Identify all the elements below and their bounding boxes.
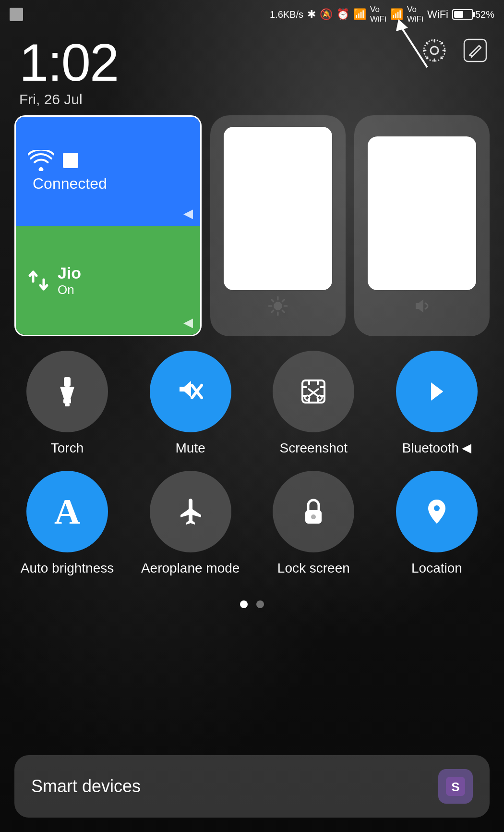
auto-brightness-label: Auto brightness <box>21 560 114 576</box>
lock-screen-label: Lock screen <box>277 560 350 576</box>
toggles-section: Torch Mute <box>14 351 490 590</box>
data-info: Jio On <box>58 264 81 297</box>
svg-rect-14 <box>63 399 71 404</box>
volume-slider[interactable] <box>354 115 490 336</box>
wifi-label: Connected <box>33 175 107 193</box>
pagination <box>0 600 504 608</box>
toggle-auto-brightness[interactable]: A Auto brightness <box>14 471 120 576</box>
app-icon-square <box>10 8 23 21</box>
bluetooth-circle <box>396 351 478 432</box>
location-label: Location <box>411 560 462 576</box>
smart-devices-bar[interactable]: Smart devices S <box>14 755 490 818</box>
brightness-slider[interactable] <box>210 115 346 336</box>
toggle-row-2: A Auto brightness Aeroplane mode Lo <box>14 471 490 576</box>
smart-devices-icon: S <box>438 769 473 804</box>
svg-rect-13 <box>64 377 71 387</box>
bluetooth-label: Bluetooth <box>402 440 459 456</box>
lock-screen-circle <box>273 471 354 552</box>
auto-brightness-circle: A <box>26 471 108 552</box>
toggle-lock-screen[interactable]: Lock screen <box>261 471 366 576</box>
svg-line-9 <box>272 300 274 302</box>
screenshot-circle <box>273 351 354 432</box>
pagination-dot-1[interactable] <box>240 600 248 608</box>
battery-percent: 52% <box>475 9 494 20</box>
clock-date: Fri, 26 Jul <box>19 91 118 108</box>
aeroplane-label: Aeroplane mode <box>141 560 240 576</box>
data-tile[interactable]: Jio On ◀ <box>16 226 200 335</box>
status-left <box>10 8 86 21</box>
alarm-icon: ⏰ <box>336 8 349 21</box>
toggle-row-1: Torch Mute <box>14 351 490 456</box>
svg-line-10 <box>282 310 284 312</box>
svg-point-4 <box>274 302 282 310</box>
toggle-mute[interactable]: Mute <box>138 351 243 456</box>
settings-button[interactable] <box>420 36 449 65</box>
edit-button[interactable] <box>461 36 490 65</box>
svg-line-12 <box>272 310 274 312</box>
signal-strength-data: ◀ <box>183 315 193 330</box>
quick-tiles: Connected ◀ Jio On ◀ <box>14 115 490 336</box>
toggle-bluetooth[interactable]: Bluetooth ◀ <box>384 351 490 456</box>
bluetooth-signal: ◀ <box>462 440 471 455</box>
pagination-dot-2[interactable] <box>256 600 264 608</box>
aeroplane-circle <box>150 471 231 552</box>
svg-rect-3 <box>464 39 486 61</box>
wifi-signal-icon <box>28 150 54 171</box>
svg-text:S: S <box>451 780 459 794</box>
stop-icon <box>63 153 78 168</box>
location-circle <box>396 471 478 552</box>
screenshot-label: Screenshot <box>279 440 348 456</box>
battery-indicator: 52% <box>452 9 494 20</box>
torch-circle <box>26 351 108 432</box>
data-status: On <box>58 282 81 297</box>
mute-circle <box>150 351 231 432</box>
network-speed: 1.6KB/s <box>270 9 303 20</box>
toggle-location[interactable]: Location <box>384 471 490 576</box>
data-arrows-icon <box>28 267 49 294</box>
svg-point-30 <box>311 514 316 519</box>
svg-rect-15 <box>65 404 70 406</box>
network-tile[interactable]: Connected ◀ Jio On ◀ <box>14 115 202 336</box>
bluetooth-status-icon: ✱ <box>307 8 316 21</box>
top-right-actions <box>420 36 490 65</box>
signal-strength-corner: ◀ <box>183 206 193 221</box>
brightness-fill <box>224 127 332 290</box>
svg-line-11 <box>282 300 284 302</box>
smart-devices-label: Smart devices <box>31 776 141 796</box>
volume-icon <box>412 296 432 316</box>
signal-icon: 📶 <box>353 8 366 21</box>
toggle-aeroplane[interactable]: Aeroplane mode <box>138 471 243 576</box>
volume-fill <box>368 136 476 290</box>
mute-status-icon: 🔕 <box>320 8 333 21</box>
brightness-icon <box>268 296 288 316</box>
torch-label: Torch <box>51 440 84 456</box>
time-section: 1:02 Fri, 26 Jul <box>19 36 118 108</box>
auto-brightness-icon: A <box>54 491 80 532</box>
carrier-name: Jio <box>58 264 81 282</box>
mute-label: Mute <box>176 440 205 456</box>
svg-marker-1 <box>396 19 408 31</box>
toggle-screenshot[interactable]: Screenshot <box>261 351 366 456</box>
svg-point-28 <box>317 395 322 400</box>
clock-time: 1:02 <box>19 36 118 89</box>
toggle-torch[interactable]: Torch <box>14 351 120 456</box>
svg-point-27 <box>305 395 310 400</box>
wifi-tile[interactable]: Connected ◀ <box>16 117 200 226</box>
